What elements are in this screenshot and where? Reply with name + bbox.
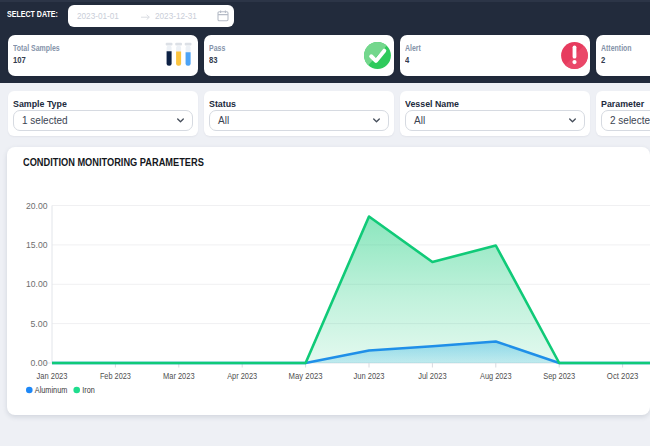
svg-text:Mar 2023: Mar 2023	[163, 371, 195, 381]
svg-text:Iron: Iron	[82, 384, 95, 395]
svg-text:5.00: 5.00	[31, 319, 48, 329]
svg-text:Feb 2023: Feb 2023	[100, 371, 131, 381]
svg-text:0.00: 0.00	[31, 358, 48, 368]
svg-text:May 2023: May 2023	[289, 371, 323, 381]
svg-text:Jun 2023: Jun 2023	[354, 371, 385, 381]
svg-text:Aug 2023: Aug 2023	[480, 371, 512, 381]
svg-text:Apr 2023: Apr 2023	[227, 371, 257, 381]
svg-text:10.00: 10.00	[26, 279, 48, 289]
svg-text:20.00: 20.00	[26, 201, 48, 211]
svg-text:Oct 2023: Oct 2023	[607, 371, 639, 381]
svg-text:Jan 2023: Jan 2023	[37, 371, 68, 381]
svg-text:Sep 2023: Sep 2023	[543, 371, 575, 381]
svg-text:15.00: 15.00	[26, 240, 48, 250]
svg-text:Aluminum: Aluminum	[35, 384, 68, 395]
svg-text:Jul 2023: Jul 2023	[418, 371, 447, 381]
